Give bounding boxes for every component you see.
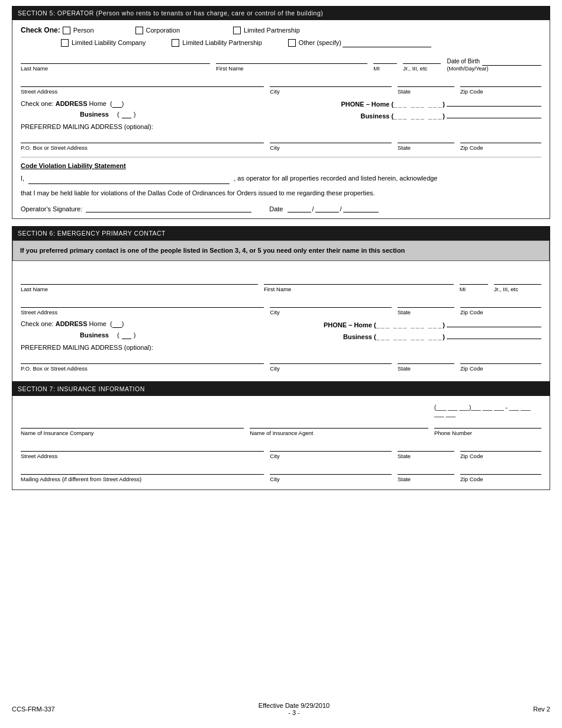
section7-body: Name of Insurance Company Name of Insura… (12, 396, 550, 490)
footer-left: CCS-FRM-337 (12, 706, 55, 713)
footer-center-line2: - 3 - (259, 709, 330, 716)
s6-zip-input[interactable] (460, 297, 541, 308)
first-name-input[interactable] (216, 53, 367, 64)
s7-ins-company-input[interactable] (21, 418, 244, 429)
s6-mi-input[interactable] (460, 274, 488, 285)
s7-city-group: City (270, 441, 392, 459)
date-input2[interactable] (315, 203, 339, 212)
paren-close1: ) (122, 100, 124, 107)
state2-input[interactable] (398, 133, 454, 143)
business-check-line[interactable] (122, 110, 131, 118)
cv-text1-prefix: I, (21, 175, 26, 182)
s6-phone-home-input[interactable] (447, 318, 541, 327)
mi-group: MI (373, 53, 397, 72)
s7-ins-agent-input[interactable] (250, 418, 428, 429)
cv-signature-name-line[interactable] (28, 183, 230, 184)
section6-body: If you preferred primary contact is one … (12, 240, 550, 382)
s6-state-input[interactable] (398, 297, 454, 308)
mi-input[interactable] (373, 53, 397, 64)
s6-name-row: Last Name First Name MI Jr., III, etc (21, 274, 541, 292)
dob-input[interactable] (482, 56, 541, 66)
address-bold: ADDRESS (56, 100, 88, 107)
s6-phone-biz-input[interactable] (447, 330, 541, 339)
last-name-input[interactable] (21, 53, 210, 64)
sig-line[interactable] (86, 202, 251, 212)
state2-label: State (398, 144, 454, 151)
street-address-label: Street Address (21, 88, 264, 95)
phone-biz-input[interactable] (447, 109, 541, 118)
s6-zip2-group: Zip Code (460, 353, 541, 372)
check-address-row: Check one: ADDRESS Home ( ) (21, 99, 124, 108)
s7-state-input[interactable] (398, 441, 454, 452)
check-llp-label: Limited Liability Partnership (182, 39, 262, 46)
date-label: Date (269, 205, 283, 212)
city-input[interactable] (270, 76, 392, 87)
s6-po-box-input[interactable] (21, 353, 264, 364)
s7-state2-input[interactable] (398, 464, 454, 475)
s7-ins-row: Name of Insurance Company Name of Insura… (21, 404, 541, 436)
home-check-line[interactable] (112, 99, 122, 108)
s6-zip2-input[interactable] (460, 353, 541, 364)
s6-city-input[interactable] (270, 297, 392, 308)
date-input1[interactable] (288, 203, 311, 212)
s7-phone-format: (___ ___ ___)___ ___ ___ - ___ ___ ___ _… (434, 404, 541, 417)
s6-state2-input[interactable] (398, 353, 454, 364)
dob-label: Date of Birth (447, 58, 480, 65)
check-corp-box[interactable] (135, 27, 143, 34)
zip-input[interactable] (460, 76, 541, 87)
po-box-input[interactable] (21, 133, 264, 143)
s7-zip-input[interactable] (460, 441, 541, 452)
check-llc-box[interactable] (61, 39, 69, 47)
street-address-group: Street Address (21, 76, 264, 95)
s7-street-input[interactable] (21, 441, 264, 452)
cv-text2: that I may be held liable for violations… (21, 188, 541, 199)
city2-input[interactable] (270, 133, 392, 143)
s7-city2-input[interactable] (270, 464, 392, 475)
s6-business-check-line[interactable] (122, 331, 131, 339)
street-address-input[interactable] (21, 76, 264, 87)
zip2-input[interactable] (460, 133, 541, 143)
cv-text1-suffix: , as operator for all properties recorde… (234, 175, 437, 182)
cv-text1: I, , as operator for all properties reco… (21, 173, 541, 184)
date-input3[interactable] (343, 203, 379, 212)
phone-home-row: PHONE – Home (___ ___ ___) (341, 97, 541, 108)
po-box-group: P.O. Box or Street Address (21, 133, 264, 151)
s6-city-group: City (270, 297, 392, 315)
s6-phone-home-label: PHONE – Home ( (324, 321, 376, 328)
s7-mailing-input[interactable] (21, 464, 264, 475)
jr-etc-group: Jr., III, etc (403, 53, 441, 72)
s7-city-input[interactable] (270, 441, 392, 452)
s6-street-input[interactable] (21, 297, 264, 308)
check-one-row1: Check One: Person Corporation Limited Pa… (21, 26, 541, 34)
s6-phone-biz-paren-close: ) (443, 333, 445, 340)
phone-home-input[interactable] (447, 97, 541, 107)
pref-mail-row: P.O. Box or Street Address City State Zi… (21, 133, 541, 151)
check-other-box[interactable] (288, 39, 296, 47)
s6-city2-input[interactable] (270, 353, 392, 364)
s7-phone-input[interactable] (434, 418, 541, 429)
s6-phone-home-row: PHONE – Home (___ ___ ___ ___) (324, 318, 541, 328)
phone-biz-label: Business ( (360, 112, 393, 120)
s6-biz-paren-close: ) (134, 331, 136, 339)
check-person-box[interactable] (63, 27, 70, 34)
home-label: Home (89, 100, 106, 107)
s7-city-label: City (270, 453, 392, 459)
s6-last-name-input[interactable] (21, 274, 258, 285)
s6-home-check-line[interactable] (112, 320, 122, 328)
page: SECTION 5: OPERATOR (Person who rents to… (0, 0, 562, 728)
s6-phone-biz-blanks1: ___ ___ ___ ___ (376, 333, 443, 340)
check-corp-label: Corporation (146, 27, 180, 34)
s6-first-name-input[interactable] (264, 274, 454, 285)
sig-group: Operator's Signature: (21, 202, 251, 212)
section6-header: SECTION 6: EMERGENCY PRIMARY CONTACT (12, 226, 550, 240)
s6-jr-etc-input[interactable] (494, 274, 541, 285)
jr-etc-input[interactable] (403, 53, 441, 64)
zip-group: Zip Code (460, 76, 541, 95)
sig-label: Operator's Signature: (21, 205, 82, 212)
s7-ins-agent-group: Name of Insurance Agent (250, 418, 428, 436)
s7-zip2-input[interactable] (460, 464, 541, 475)
check-llp-box[interactable] (172, 39, 179, 47)
state-input[interactable] (398, 76, 454, 87)
name-row: Last Name First Name MI Jr., III, etc Da… (21, 53, 541, 72)
check-lp-box[interactable] (233, 27, 241, 34)
